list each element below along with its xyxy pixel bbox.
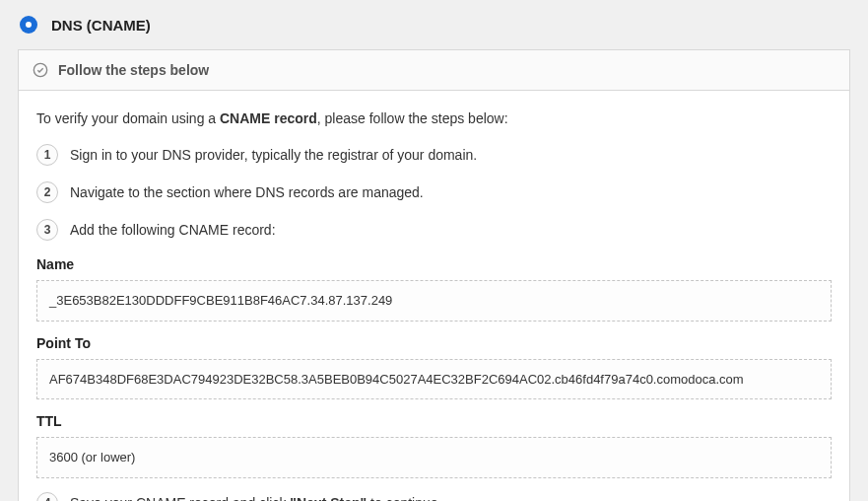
option-header[interactable]: DNS (CNAME) [18, 12, 850, 49]
field-value-point-to[interactable]: AF674B348DF68E3DAC794923DE32BC58.3A5BEB0… [36, 359, 832, 400]
check-circle-icon [33, 62, 48, 78]
step-text: Save your CNAME record and click "Next S… [70, 495, 441, 502]
svg-point-0 [33, 63, 46, 76]
step-number: 1 [36, 144, 58, 166]
step-number: 3 [36, 219, 58, 241]
field-value-name[interactable]: _3E653B82E130DDDFF9CBE911B8F46AC7.34.87.… [36, 280, 832, 322]
field-name: Name _3E653B82E130DDDFF9CBE911B8F46AC7.3… [36, 256, 832, 322]
field-value-ttl[interactable]: 3600 (or lower) [36, 437, 832, 478]
radio-selected-icon [20, 16, 37, 34]
step-2: 2 Navigate to the section where DNS reco… [36, 181, 832, 203]
field-label: TTL [36, 413, 832, 429]
instructions-panel: Follow the steps below To verify your do… [18, 49, 850, 501]
step-1: 1 Sign in to your DNS provider, typicall… [36, 144, 832, 166]
step-number: 4 [36, 492, 58, 502]
panel-header-text: Follow the steps below [58, 62, 209, 78]
step-text: Add the following CNAME record: [70, 222, 276, 238]
panel-body: To verify your domain using a CNAME reco… [19, 91, 849, 501]
step-4: 4 Save your CNAME record and click "Next… [36, 492, 832, 502]
step-3: 3 Add the following CNAME record: [36, 219, 832, 241]
step-number: 2 [36, 181, 58, 203]
field-label: Point To [36, 335, 832, 351]
intro-text: To verify your domain using a CNAME reco… [36, 110, 832, 126]
step-text: Sign in to your DNS provider, typically … [70, 147, 477, 163]
field-point-to: Point To AF674B348DF68E3DAC794923DE32BC5… [36, 335, 832, 400]
field-label: Name [36, 256, 832, 272]
field-ttl: TTL 3600 (or lower) [36, 413, 832, 478]
panel-header: Follow the steps below [19, 50, 849, 91]
step-text: Navigate to the section where DNS record… [70, 184, 424, 200]
option-title: DNS (CNAME) [51, 17, 151, 34]
